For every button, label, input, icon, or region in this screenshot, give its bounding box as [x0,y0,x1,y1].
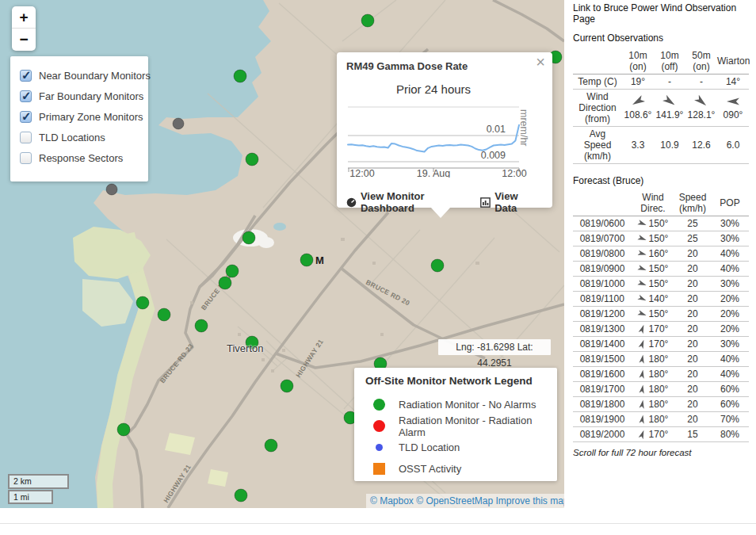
obs-cell: 12.6 [685,127,717,164]
forecast-pop: 60% [711,382,749,397]
forecast-column-header: WindDirec. [632,190,674,216]
osm-link[interactable]: © OpenStreetMap [416,495,493,506]
obs-column-header: 10m(off) [654,48,685,75]
forecast-time: 0819/0600 [573,216,632,231]
legend-item: TLD Location [365,437,549,458]
wind-arrow-icon [636,218,647,228]
observations-title: Current Observations [573,32,749,44]
forecast-pop: 20% [711,292,749,307]
forecast-pop: 30% [711,337,749,352]
obs-cell: 14° [717,75,749,90]
forecast-row: 0819/1800180°2060% [573,397,749,412]
layer-label: Near Boundary Monitors [39,70,151,82]
wind-arrow-icon [637,384,647,395]
zoom-in-button[interactable]: + [12,6,36,29]
forecast-wind-direction: 180° [632,367,674,382]
monitor-dot-radiation-ok[interactable] [234,70,246,82]
monitor-dot-radiation-ok[interactable] [219,277,231,289]
forecast-time: 0819/1400 [573,337,632,352]
forecast-wind-direction: 180° [632,382,674,397]
layer-row: TLD Locations [20,127,142,147]
obs-cell: 19° [622,75,654,90]
forecast-speed: 20 [674,397,711,412]
monitor-dot-radiation-ok[interactable] [281,380,293,392]
wind-arrow-icon [637,354,647,365]
view-data-label: View Data [494,190,543,214]
layer-row: Far Boundary Monitors [20,86,142,106]
forecast-row: 0819/1000150°2030% [573,277,749,292]
wind-arrow-icon [693,93,709,109]
forecast-pop: 80% [711,427,749,442]
layer-checkbox[interactable] [20,70,32,82]
forecast-wind-direction: 150° [632,231,674,246]
monitor-dot-other[interactable] [173,118,184,129]
monitor-dot-radiation-ok[interactable] [136,296,149,309]
layer-checkbox[interactable] [20,152,32,164]
dashboard-icon [346,197,357,208]
legend-panel: Off-Site Monitor Network Legend Radiatio… [354,368,557,481]
monitor-dot-other[interactable] [106,184,117,195]
obs-cell: 141.9° [654,90,685,127]
x-tick-label: 19. Aug [417,168,450,178]
legend-item: Radiation Monitor - No Alarms [365,394,549,415]
layer-label: Far Boundary Monitors [39,90,143,102]
forecast-speed: 20 [674,382,711,397]
layer-row: Primary Zone Monitors [20,106,142,127]
forecast-title: Forecast (Bruce) [573,175,749,186]
monitor-dot-radiation-ok[interactable] [361,14,374,27]
obs-cell: 10.9 [654,127,685,164]
quarry-2 [258,237,274,248]
monitor-swatch-icon [365,399,392,411]
forecast-pop: 30% [711,216,749,231]
monitor-dot-radiation-ok[interactable] [431,259,444,272]
forecast-column-header [573,190,632,216]
map-canvas[interactable]: BRUCE RD 20BRUCE RD 20BRUCE RD 23HIGHWAY… [0,0,564,508]
monitor-dot-radiation-ok[interactable] [300,254,313,266]
mapbox-link[interactable]: © Mapbox [370,495,414,506]
monitor-dot-radiation-ok[interactable] [246,153,258,166]
wind-arrow-icon [636,429,647,440]
forecast-wind-direction: 150° [632,262,674,277]
wind-arrow-icon [637,415,647,425]
forecast-table[interactable]: WindDirec.Speed(km/h)POP0819/0600150°253… [573,190,749,442]
forecast-speed: 20 [674,277,711,292]
layer-checkbox[interactable] [20,111,32,123]
y-tick-label: 0.01 [487,124,506,135]
forecast-row: 0819/1900180°2070% [573,412,749,427]
forecast-speed: 20 [674,262,711,277]
forecast-pop: 30% [711,277,749,292]
wind-obs-page-link[interactable]: Link to Bruce Power Wind Observation Pag… [573,2,749,25]
wind-arrow-icon [727,96,739,107]
zoom-out-button[interactable]: − [12,29,36,51]
monitor-dot-radiation-ok[interactable] [235,489,247,502]
forecast-time: 0819/1300 [573,322,632,337]
obs-cell: - [685,75,717,90]
layer-label: TLD Locations [39,132,105,143]
close-icon[interactable]: × [536,54,545,70]
wind-arrow-icon [636,233,647,243]
layer-checkbox[interactable] [20,90,32,102]
forecast-row: 0819/1300170°2020% [573,322,749,337]
view-data-link[interactable]: View Data [480,190,543,214]
monitor-dot-radiation-ok[interactable] [242,231,255,244]
legend-label: TLD Location [399,441,460,453]
page: BRUCE RD 20BRUCE RD 20BRUCE RD 23HIGHWAY… [0,0,756,535]
forecast-time: 0819/2000 [573,427,632,442]
forecast-wind-direction: 180° [632,412,674,427]
monitor-dot-radiation-ok[interactable] [226,265,239,277]
chart-icon [480,197,491,208]
forecast-wind-direction: 180° [632,397,674,412]
view-monitor-dashboard-link[interactable]: View Monitor Dashboard [346,190,480,214]
forecast-row: 0819/1700180°2060% [573,382,749,397]
layer-checkbox[interactable] [20,132,32,143]
forecast-wind-direction: 160° [632,246,674,262]
improve-map-link[interactable]: Improve this map [495,495,564,506]
forecast-speed: 20 [674,246,711,262]
monitor-dot-radiation-ok[interactable] [158,308,170,321]
monitor-dot-radiation-ok[interactable] [117,423,130,436]
monitor-dot-radiation-ok[interactable] [195,319,208,332]
forecast-time: 0819/1600 [573,367,632,382]
obs-cell: 128.1° [685,90,717,127]
forecast-wind-direction: 150° [632,277,674,292]
monitor-dot-radiation-ok[interactable] [265,439,277,452]
